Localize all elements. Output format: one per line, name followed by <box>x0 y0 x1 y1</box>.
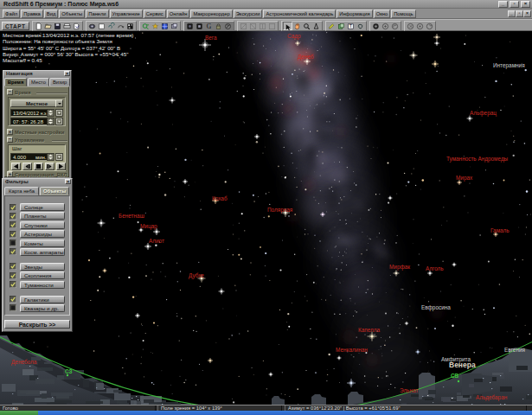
svg-text:G: G <box>206 22 211 30</box>
